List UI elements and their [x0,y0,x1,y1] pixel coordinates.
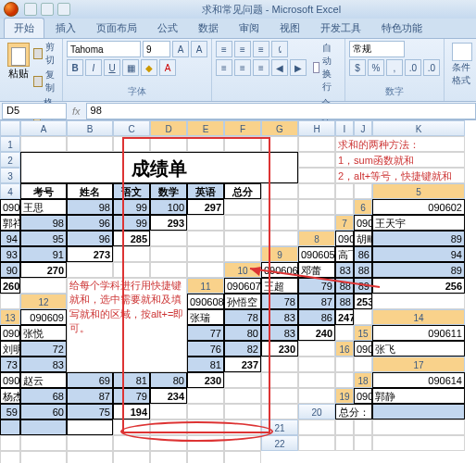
cond-format-button[interactable]: 条件格式 [448,41,476,102]
cell-score[interactable]: 72 [20,341,67,357]
cell[interactable] [298,183,335,199]
tab-layout[interactable]: 页面布局 [87,19,146,38]
cell[interactable] [298,215,335,231]
footer-cell[interactable] [372,404,465,419]
cell[interactable] [372,419,465,435]
tab-review[interactable]: 审阅 [230,19,269,38]
font-name-combo[interactable]: Tahoma [67,41,141,57]
cell[interactable] [150,262,187,278]
cell-score[interactable]: 82 [224,341,261,357]
border-button[interactable]: ▦ [122,59,139,76]
col-header[interactable]: E [187,120,224,136]
row-header[interactable]: 9 [261,246,298,262]
cell[interactable] [187,435,224,451]
tab-view[interactable]: 视图 [270,19,309,38]
row-header[interactable]: 5 [372,183,465,199]
cell-score[interactable]: 89 [372,262,465,278]
align-right-button[interactable]: ≡ [253,59,269,76]
cell[interactable] [0,451,20,463]
tab-extra[interactable]: 特色功能 [372,19,432,38]
cell[interactable] [354,183,372,199]
cell-score[interactable]: 98 [20,215,67,231]
cell[interactable] [150,231,187,246]
fx-icon[interactable]: fx [67,106,86,117]
cell[interactable] [113,451,150,463]
dec-decimal-button[interactable]: .0 [423,59,440,76]
wrap-text-button[interactable]: 自动换行 [310,41,341,94]
currency-button[interactable]: $ [349,59,366,76]
number-format-combo[interactable]: 常规 [349,41,405,57]
cell[interactable] [261,357,298,372]
cell-score[interactable]: 80 [224,325,261,341]
cell-score[interactable]: 81 [187,357,224,372]
underline-button[interactable]: U [104,59,120,76]
row-header[interactable]: 18 [354,372,372,388]
cell[interactable] [335,357,354,372]
cell[interactable] [113,435,150,451]
cell[interactable] [261,183,298,199]
cell[interactable] [335,435,354,451]
cell-score[interactable]: 100 [150,199,187,215]
align-center-button[interactable]: ≡ [234,59,251,76]
row-header[interactable]: 1 [0,136,20,152]
orient-button[interactable]: ⤹ [271,41,288,57]
font-size-combo[interactable]: 9 [143,41,170,57]
cell-score[interactable]: 86 [354,246,372,262]
cell[interactable] [150,435,187,451]
row-header[interactable]: 3 [0,168,20,183]
col-header[interactable]: K [372,120,465,136]
cell[interactable] [224,388,261,404]
cell[interactable] [261,231,298,246]
cell[interactable] [354,357,372,372]
shrink-font-button[interactable]: A [191,41,207,57]
col-header[interactable]: J [354,120,372,136]
italic-button[interactable]: I [85,59,102,76]
row-header[interactable]: 2 [0,152,20,168]
bold-button[interactable]: B [67,59,83,76]
fill-color-button[interactable]: ◆ [141,59,157,76]
cell-score[interactable]: 60 [20,404,67,419]
align-top-button[interactable]: ≡ [216,41,232,57]
align-left-button[interactable]: ≡ [216,59,232,76]
cell-score[interactable]: 98 [67,199,113,215]
cell[interactable] [261,404,298,419]
align-mid-button[interactable]: ≡ [234,41,251,57]
cell[interactable] [187,404,224,419]
cell-score[interactable]: 80 [150,372,187,388]
row-header[interactable]: 15 [354,325,372,341]
cell-score[interactable]: 91 [20,246,67,262]
cell[interactable] [150,136,187,152]
cell[interactable] [150,404,187,419]
qat-undo-icon[interactable] [41,3,54,16]
cell-score[interactable]: 83 [335,262,354,278]
cell[interactable] [335,183,354,199]
row-header[interactable]: 20 [298,404,335,419]
row-header[interactable]: 21 [261,419,298,435]
cell[interactable] [224,231,261,246]
indent-inc-button[interactable]: ▶ [290,59,307,76]
cell-score[interactable]: 89 [354,278,372,294]
cell-score[interactable]: 96 [67,215,113,231]
cell[interactable] [224,215,261,231]
cell[interactable] [187,388,224,404]
cell[interactable] [150,246,187,262]
cell-score[interactable]: 95 [20,231,67,246]
cell[interactable] [0,294,20,309]
cell-score[interactable]: 69 [67,372,113,388]
col-header[interactable]: G [261,120,298,136]
tab-formula[interactable]: 公式 [148,19,187,38]
cell[interactable] [261,215,298,231]
percent-button[interactable]: % [368,59,384,76]
row-header[interactable]: 4 [0,183,20,199]
row-header[interactable]: 13 [0,309,20,325]
cell[interactable] [187,419,224,435]
worksheet[interactable]: ABCDEFGHIJK1求和的两种方法：2成绩单1，sum函数就和32，alt+… [0,120,476,463]
cell-score[interactable]: 87 [67,388,113,404]
cell-score[interactable]: 75 [67,404,113,419]
cell-score[interactable]: 93 [0,246,20,262]
row-header[interactable]: 22 [261,435,298,451]
cell[interactable] [67,136,113,152]
cell-score[interactable]: 88 [335,278,354,294]
cell[interactable] [113,419,150,435]
cell[interactable] [335,419,354,435]
